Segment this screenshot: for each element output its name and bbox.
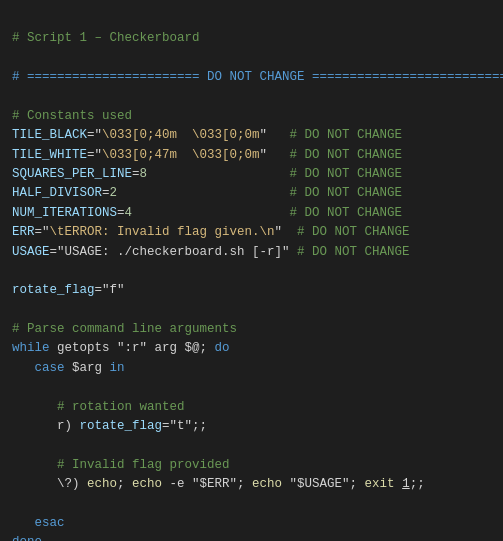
line-esac: esac xyxy=(12,516,65,530)
line-while: while getopts ":r" arg $@; do xyxy=(12,341,230,355)
line-invalid-case: \?) echo; echo -e "$ERR"; echo "$USAGE";… xyxy=(12,477,425,491)
line-tile-white: TILE_WHITE="\033[0;47m \033[0;0m" # DO N… xyxy=(12,148,402,162)
line-squares-per-line: SQUARES_PER_LINE=8 # DO NOT CHANGE xyxy=(12,167,402,181)
line-tile-black: TILE_BLACK="\033[0;40m \033[0;0m" # DO N… xyxy=(12,128,402,142)
line-invalid-comment: # Invalid flag provided xyxy=(12,458,230,472)
line-title: # Script 1 – Checkerboard xyxy=(12,31,200,45)
line-rotation-comment: # rotation wanted xyxy=(12,400,185,414)
line-case: case $arg in xyxy=(12,361,125,375)
line-rotate-case: r) rotate_flag="t";; xyxy=(12,419,207,433)
line-usage: USAGE="USAGE: ./checkerboard.sh [-r]" # … xyxy=(12,245,410,259)
line-parse-comment: # Parse command line arguments xyxy=(12,322,237,336)
line-rotate-flag: rotate_flag="f" xyxy=(12,283,125,297)
code-editor: # Script 1 – Checkerboard # ============… xyxy=(12,10,491,541)
line-divider-top: # ======================= DO NOT CHANGE … xyxy=(12,70,503,84)
line-constants-comment: # Constants used xyxy=(12,109,132,123)
line-done: done xyxy=(12,535,42,541)
line-half-divisor: HALF_DIVISOR=2 # DO NOT CHANGE xyxy=(12,186,402,200)
line-num-iterations: NUM_ITERATIONS=4 # DO NOT CHANGE xyxy=(12,206,402,220)
line-err: ERR="\tERROR: Invalid flag given.\n" # D… xyxy=(12,225,410,239)
